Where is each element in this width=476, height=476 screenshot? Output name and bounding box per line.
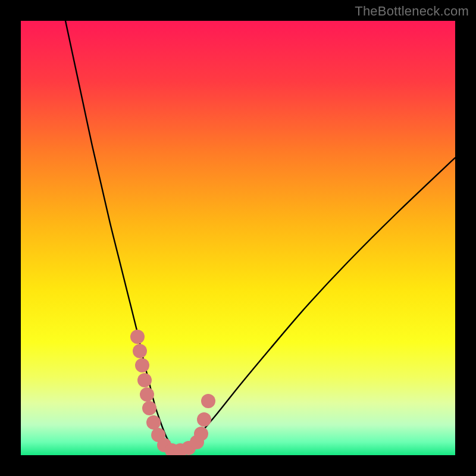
chart-frame: TheBottleneck.com	[0, 0, 476, 476]
marker-dot	[133, 344, 147, 358]
curve-layer	[21, 21, 455, 455]
marker-dot	[197, 412, 211, 427]
bottleneck-curve	[65, 21, 455, 449]
marker-dot	[142, 401, 156, 415]
marker-dots	[130, 330, 215, 455]
watermark-text: TheBottleneck.com	[355, 4, 469, 19]
plot-area	[21, 21, 455, 455]
marker-dot	[135, 358, 149, 372]
marker-dot	[146, 415, 161, 430]
marker-dot	[130, 330, 145, 344]
marker-dot	[194, 427, 208, 441]
marker-dot	[201, 394, 215, 408]
marker-dot	[140, 387, 154, 402]
marker-dot	[137, 373, 152, 387]
